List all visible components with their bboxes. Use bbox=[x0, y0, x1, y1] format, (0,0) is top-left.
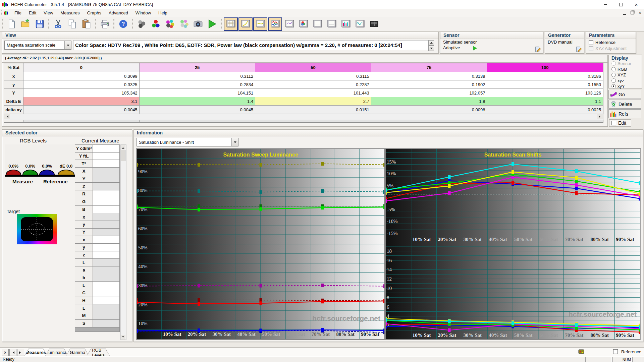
mdi-minimize-button[interactable] bbox=[623, 14, 626, 15]
measure-row-value[interactable] bbox=[93, 266, 120, 274]
saturation-column-header[interactable]: 75 bbox=[371, 63, 487, 72]
view-measures-table-button[interactable] bbox=[224, 17, 238, 31]
scale-select[interactable]: Magenta saturation scale bbox=[4, 41, 71, 50]
cut-button[interactable] bbox=[51, 18, 65, 31]
saturation-column-header[interactable]: 100 bbox=[487, 63, 603, 72]
menu-measures[interactable]: Measures bbox=[57, 9, 83, 16]
measure-row-value[interactable] bbox=[93, 206, 120, 214]
go-button[interactable]: Go bbox=[608, 90, 641, 99]
scroll-right-button[interactable] bbox=[597, 114, 603, 119]
menu-window[interactable]: Window bbox=[132, 9, 155, 16]
delete-button[interactable]: Delete bbox=[608, 100, 641, 109]
prev-tab-button[interactable] bbox=[9, 349, 16, 356]
information-select[interactable]: Saturation Luminance - Shift bbox=[137, 138, 238, 146]
saturation-column-header[interactable]: 25 bbox=[140, 63, 256, 72]
measure-row-value[interactable] bbox=[93, 251, 120, 259]
reference-checkbox[interactable] bbox=[613, 349, 618, 354]
measure-row-value[interactable] bbox=[93, 236, 120, 244]
menu-edit[interactable]: Edit bbox=[25, 9, 40, 16]
table-cell[interactable]: 0.3138 bbox=[371, 72, 487, 80]
table-cell[interactable]: 0.0045 bbox=[140, 106, 256, 114]
table-cell[interactable]: 0.2287 bbox=[255, 80, 371, 89]
menu-view[interactable]: View bbox=[40, 9, 57, 16]
menu-help[interactable]: Help bbox=[155, 9, 171, 16]
sensor-config-button[interactable] bbox=[535, 46, 541, 52]
table-horizontal-scrollbar[interactable] bbox=[4, 114, 603, 120]
table-cell[interactable]: 0.1902 bbox=[371, 80, 487, 89]
new-file-button[interactable] bbox=[5, 18, 18, 31]
table-cell[interactable]: 0.3115 bbox=[255, 72, 371, 80]
menu-file[interactable]: File bbox=[11, 9, 25, 16]
measure-row-value[interactable] bbox=[93, 213, 120, 221]
view-histogram-button[interactable] bbox=[339, 18, 353, 31]
view-keypad-button[interactable] bbox=[367, 18, 381, 31]
tab-measures[interactable]: Measures bbox=[24, 349, 48, 356]
spin-down-button[interactable] bbox=[428, 46, 434, 51]
radio-icon[interactable] bbox=[611, 73, 616, 77]
close-button[interactable]: × bbox=[629, 0, 644, 9]
view-satlum-button[interactable] bbox=[311, 18, 324, 31]
table-cell[interactable]: 0.0098 bbox=[371, 106, 487, 114]
display-option-xyy[interactable]: xyY bbox=[609, 84, 642, 89]
table-cell[interactable]: 101.443 bbox=[255, 89, 371, 97]
measure-row-value[interactable] bbox=[93, 175, 120, 183]
reference-checkbox-row[interactable]: Reference bbox=[586, 39, 636, 45]
table-cell[interactable]: 105.342 bbox=[23, 89, 140, 97]
tab-gamma[interactable]: Gamma bbox=[66, 349, 89, 356]
print-button[interactable] bbox=[98, 18, 111, 31]
view-color-temp-button[interactable] bbox=[283, 18, 296, 31]
measure-row-value[interactable] bbox=[93, 312, 120, 320]
minimize-button[interactable] bbox=[598, 0, 613, 9]
sensor-run-icon[interactable] bbox=[473, 46, 479, 51]
table-cell[interactable]: 1.1 bbox=[487, 97, 603, 106]
table-cell[interactable]: 0.3325 bbox=[23, 80, 140, 89]
edit-checkbox[interactable] bbox=[611, 121, 616, 125]
measure-row-value[interactable] bbox=[93, 145, 120, 153]
measure-row-value[interactable] bbox=[93, 244, 120, 251]
reference-checkbox[interactable] bbox=[589, 40, 593, 45]
table-cell[interactable]: 0.3112 bbox=[140, 72, 256, 80]
measure-row-value[interactable] bbox=[93, 297, 120, 305]
table-cell[interactable]: 0.0025 bbox=[487, 106, 603, 114]
run-measures-button[interactable] bbox=[205, 18, 219, 31]
open-file-button[interactable] bbox=[19, 18, 32, 31]
grayscale-measures-button[interactable] bbox=[177, 18, 191, 31]
table-cell[interactable]: 104.151 bbox=[140, 89, 256, 97]
saturation-column-header[interactable]: 50 bbox=[255, 63, 371, 72]
measure-row-value[interactable] bbox=[93, 221, 120, 229]
scroll-left-button[interactable] bbox=[4, 114, 10, 119]
scrollbar-thumb[interactable] bbox=[121, 150, 125, 161]
scroll-down-button[interactable] bbox=[121, 335, 125, 340]
table-cell[interactable]: 3.1 bbox=[23, 97, 140, 106]
save-file-button[interactable] bbox=[33, 18, 46, 31]
measure-scrollbar[interactable] bbox=[120, 144, 126, 340]
view-luminance-button[interactable] bbox=[238, 17, 253, 31]
menu-graphs[interactable]: Graphs bbox=[83, 9, 105, 16]
measure-row-value[interactable] bbox=[93, 160, 120, 168]
table-cell[interactable]: 0.3099 bbox=[23, 72, 140, 80]
measure-row-value[interactable] bbox=[93, 274, 120, 282]
paste-button[interactable] bbox=[79, 18, 93, 31]
view-gamma-button[interactable] bbox=[253, 17, 267, 31]
measure-row-value[interactable] bbox=[93, 304, 120, 312]
table-cell[interactable]: 0.1550 bbox=[487, 80, 603, 89]
next-tab-button[interactable] bbox=[17, 349, 24, 356]
free-measures-button[interactable] bbox=[149, 18, 162, 31]
saturation-column-header[interactable]: 0 bbox=[23, 63, 140, 72]
sensor-config-button[interactable] bbox=[135, 18, 148, 31]
view-wave-button[interactable] bbox=[353, 18, 367, 31]
measure-row-value[interactable] bbox=[93, 190, 120, 198]
table-cell[interactable]: 0.0151 bbox=[255, 106, 371, 114]
measure-row-value[interactable] bbox=[93, 198, 120, 206]
copy-button[interactable] bbox=[65, 18, 79, 31]
mdi-restore-button[interactable] bbox=[631, 11, 634, 14]
spin-up-button[interactable] bbox=[428, 40, 434, 46]
measure-row-value[interactable] bbox=[93, 259, 120, 266]
radio-icon[interactable] bbox=[611, 67, 616, 71]
snapshot-button[interactable] bbox=[191, 18, 205, 31]
table-cell[interactable]: 2.7 bbox=[255, 97, 371, 106]
generator-config-button[interactable] bbox=[576, 46, 582, 52]
edit-checkbox-row[interactable]: Edit bbox=[609, 119, 631, 127]
view-rgb-levels-button[interactable] bbox=[268, 17, 282, 31]
primaries-measures-button[interactable] bbox=[163, 18, 176, 31]
